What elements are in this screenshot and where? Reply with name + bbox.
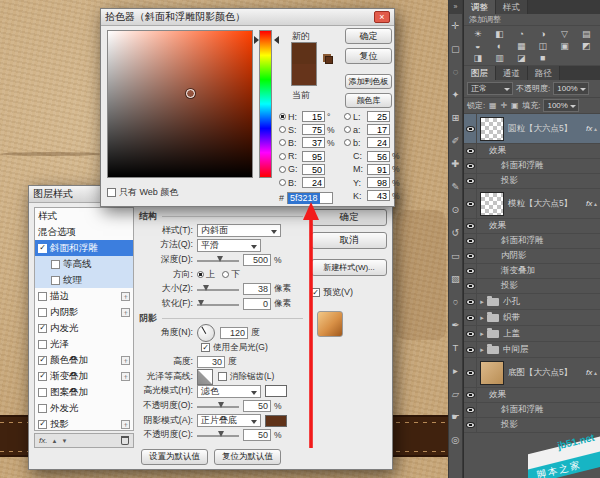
move-effect-up-icon[interactable]: ▲ xyxy=(51,438,57,444)
field-value[interactable]: 17 xyxy=(367,124,390,135)
layer-row[interactable]: 斜面和浮雕 xyxy=(464,234,600,249)
layer-thumbnail[interactable] xyxy=(480,117,504,141)
style-list-item[interactable]: 图案叠加 xyxy=(35,384,133,400)
field-value[interactable]: 75 xyxy=(302,124,325,135)
add-to-swatches-button[interactable]: 添加到色板 xyxy=(345,74,392,89)
shadow-mode-select[interactable]: 正片叠底 xyxy=(197,414,261,427)
layer-name[interactable]: 渐变叠加 xyxy=(501,265,535,277)
visibility-toggle[interactable] xyxy=(464,249,477,263)
gradient-map-icon[interactable]: ◪ xyxy=(510,52,532,64)
panel-tab[interactable]: 样式 xyxy=(496,0,528,14)
exposure-icon[interactable]: ◑ xyxy=(532,28,554,40)
layer-row[interactable]: 投影 xyxy=(464,174,600,189)
style-list-item[interactable]: 样式 xyxy=(35,208,133,224)
hue-saturation-icon[interactable]: ▤ xyxy=(575,28,597,40)
color-lookup-icon[interactable]: ▣ xyxy=(554,40,576,52)
field-value[interactable]: 56 xyxy=(367,151,390,162)
eraser-tool-icon[interactable]: ▭ xyxy=(449,244,462,267)
layer-name[interactable]: 投影 xyxy=(501,175,518,187)
path-selection-tool-icon[interactable]: ▸ xyxy=(449,359,462,382)
magic-wand-tool-icon[interactable]: ✦ xyxy=(449,83,462,106)
highlight-opacity-value[interactable]: 50 xyxy=(243,400,271,412)
global-light-checkbox[interactable]: ✓ xyxy=(201,343,210,352)
layer-name[interactable]: 上盖 xyxy=(503,328,520,340)
invert-icon[interactable]: ◩ xyxy=(575,40,597,52)
layer-row[interactable]: 投影 xyxy=(464,279,600,294)
posterize-icon[interactable]: ◨ xyxy=(467,52,489,64)
layer-name[interactable]: 效果 xyxy=(489,145,506,157)
hue-slider-handle[interactable] xyxy=(254,36,279,44)
visibility-toggle[interactable] xyxy=(464,310,477,325)
visibility-toggle[interactable] xyxy=(464,264,477,278)
visibility-toggle[interactable] xyxy=(464,219,477,233)
photo-filter-icon[interactable]: ▦ xyxy=(510,40,532,52)
layer-name[interactable]: 中间层 xyxy=(503,344,529,356)
layer-name[interactable]: 斜面和浮雕 xyxy=(501,404,544,416)
fill-value-select[interactable]: 100% xyxy=(543,99,578,112)
effect-checkbox[interactable] xyxy=(51,276,60,285)
layer-name[interactable]: 斜面和浮雕 xyxy=(501,235,544,247)
layer-name[interactable]: 织带 xyxy=(503,312,520,324)
fx-footer-icon[interactable]: fx. xyxy=(39,436,47,445)
layer-thumbnail[interactable] xyxy=(480,192,504,216)
size-slider[interactable] xyxy=(197,284,239,294)
effect-checkbox[interactable] xyxy=(38,388,47,397)
layer-row[interactable]: 织带 xyxy=(464,310,600,326)
blur-tool-icon[interactable]: ○ xyxy=(449,290,462,313)
add-effect-icon[interactable]: ＋ xyxy=(121,420,130,429)
visibility-toggle[interactable] xyxy=(464,234,477,248)
layer-name[interactable]: 斜面和浮雕 xyxy=(501,160,544,172)
radio-button[interactable] xyxy=(279,113,286,120)
fx-badge[interactable]: fx xyxy=(586,199,597,208)
direction-down-radio[interactable] xyxy=(222,271,229,278)
effect-checkbox[interactable]: ✓ xyxy=(38,324,47,333)
style-list-item[interactable]: 内阴影 ＋ xyxy=(35,304,133,320)
eyedropper-tool-icon[interactable]: ✐ xyxy=(449,129,462,152)
visibility-toggle[interactable] xyxy=(464,326,477,341)
picker-ok-button[interactable]: 确定 xyxy=(345,28,392,44)
ok-button[interactable]: 确定 xyxy=(311,209,387,226)
effect-checkbox[interactable] xyxy=(38,292,47,301)
highlight-color-swatch[interactable] xyxy=(265,385,287,397)
crop-tool-icon[interactable]: ⊞ xyxy=(449,106,462,129)
lock-position-icon[interactable]: ✛ xyxy=(499,101,508,110)
effect-checkbox[interactable]: ✓ xyxy=(38,420,47,429)
style-list-item[interactable]: 等高线 xyxy=(35,256,133,272)
lock-all-icon[interactable]: ▣ xyxy=(510,101,519,110)
group-collapse-arrow-icon[interactable] xyxy=(477,330,487,338)
gradient-tool-icon[interactable]: ▧ xyxy=(449,267,462,290)
layer-name[interactable]: 底图【大六点5】 xyxy=(508,367,572,379)
visibility-toggle[interactable] xyxy=(464,388,477,402)
angle-dial[interactable] xyxy=(197,324,215,342)
layer-row[interactable]: 效果 xyxy=(464,219,600,234)
layer-row[interactable]: 内阴影 xyxy=(464,249,600,264)
field-value[interactable]: 91 xyxy=(367,164,390,175)
radio-button[interactable] xyxy=(279,126,286,133)
black-white-icon[interactable]: ◐ xyxy=(489,40,511,52)
anti-alias-checkbox[interactable] xyxy=(218,372,227,381)
effect-checkbox[interactable]: ✓ xyxy=(38,356,47,365)
brightness-contrast-icon[interactable]: ☀ xyxy=(467,28,489,40)
style-list-item[interactable]: 外发光 xyxy=(35,400,133,416)
radio-button[interactable] xyxy=(344,139,351,146)
shadow-color-swatch[interactable] xyxy=(265,415,287,427)
gloss-contour-thumbnail[interactable] xyxy=(197,369,213,385)
style-list-item[interactable]: ✓ 内发光 xyxy=(35,320,133,336)
size-value[interactable]: 38 xyxy=(243,283,271,295)
add-effect-icon[interactable]: ＋ xyxy=(121,308,130,317)
highlight-opacity-slider[interactable] xyxy=(197,401,239,411)
field-value[interactable]: 24 xyxy=(302,177,325,188)
layer-name[interactable]: 圆粒【大六点5】 xyxy=(508,123,572,135)
shadow-opacity-value[interactable]: 50 xyxy=(243,429,271,441)
set-default-button[interactable]: 设置为默认值 xyxy=(141,449,208,465)
lasso-tool-icon[interactable]: ◌ xyxy=(449,60,462,83)
technique-select[interactable]: 平滑 xyxy=(197,239,261,252)
brush-tool-icon[interactable]: ✎ xyxy=(449,175,462,198)
color-picker-titlebar[interactable]: 拾色器（斜面和浮雕阴影颜色） × xyxy=(101,9,394,26)
visibility-toggle[interactable] xyxy=(464,294,477,309)
layer-row[interactable]: 模粒【大六点5】 fx xyxy=(464,189,600,219)
close-button[interactable]: × xyxy=(374,11,390,23)
effect-checkbox[interactable] xyxy=(38,308,47,317)
visibility-toggle[interactable] xyxy=(464,189,477,218)
style-list-item[interactable]: 光泽 xyxy=(35,336,133,352)
